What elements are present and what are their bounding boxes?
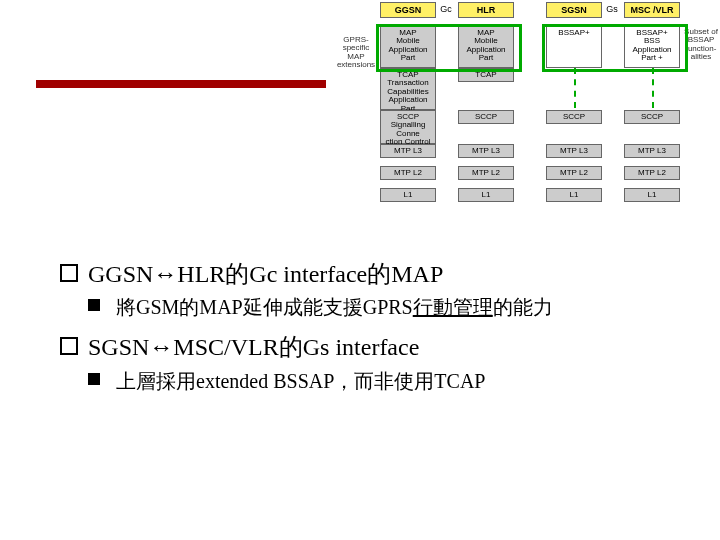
c3-r2: SCCP: [546, 110, 602, 124]
dashed-line-sgsn: [574, 68, 576, 108]
c4-r3: MTP L3: [624, 144, 680, 158]
b1a-ul: 行動管理: [413, 296, 493, 318]
c2-r2: SCCP: [458, 110, 514, 124]
b1a-post: 的能力: [493, 296, 553, 318]
c3-r5: L1: [546, 188, 602, 202]
c2-r5: L1: [458, 188, 514, 202]
c2-r3: MTP L3: [458, 144, 514, 158]
bullet-2: SGSN↔MSC/VLR的Gs interface: [60, 331, 660, 363]
hdr-hlr: HLR: [458, 2, 514, 18]
c4-r4: MTP L2: [624, 166, 680, 180]
hdr-sgsn: SGSN: [546, 2, 602, 18]
c3-r3: MTP L3: [546, 144, 602, 158]
side-left: GPRS-specificMAPextensions: [334, 36, 378, 70]
dashed-line-msc: [652, 68, 654, 108]
green-highlight-gc: [376, 24, 522, 72]
bullet-2a: 上層採用extended BSSAP，而非使用TCAP: [88, 368, 660, 395]
c4-r2: SCCP: [624, 110, 680, 124]
c2-r4: MTP L2: [458, 166, 514, 180]
c1-r4: MTP L2: [380, 166, 436, 180]
c1-r3: MTP L3: [380, 144, 436, 158]
bullet-1a: 將GSM的MAP延伸成能支援GPRS行動管理的能力: [88, 294, 660, 321]
c1-r2: SCCPSignalling Connection Control Part: [380, 110, 436, 144]
decorative-red-bar: [36, 80, 326, 88]
c1-r5: L1: [380, 188, 436, 202]
lbl-gc: Gc: [436, 4, 456, 14]
protocol-stack-diagram: GGSN HLR SGSN MSC /VLR Gc Gs GPRS-specif…: [340, 0, 700, 242]
c1-r1: TCAPTransactionCapabilitiesApplication P…: [380, 68, 436, 110]
hdr-ggsn: GGSN: [380, 2, 436, 18]
c4-r5: L1: [624, 188, 680, 202]
bullet-area: GGSN↔HLR的Gc interface的MAP 將GSM的MAP延伸成能支援…: [60, 256, 660, 405]
bullet-1: GGSN↔HLR的Gc interface的MAP: [60, 258, 660, 290]
hdr-mscvlr: MSC /VLR: [624, 2, 680, 18]
c3-r4: MTP L2: [546, 166, 602, 180]
green-highlight-gs: [542, 24, 688, 72]
lbl-gs: Gs: [602, 4, 622, 14]
b1a-pre: 將GSM的MAP延伸成能支援GPRS: [116, 296, 413, 318]
